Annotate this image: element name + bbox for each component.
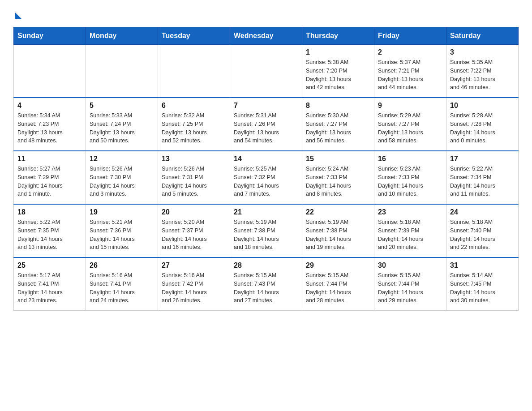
day-info: Sunrise: 5:21 AMSunset: 7:36 PMDaylight:… [90,218,154,252]
day-of-week-header: Monday [86,27,158,45]
calendar-day-cell: 11Sunrise: 5:27 AMSunset: 7:29 PMDayligh… [14,151,86,204]
calendar-day-cell: 28Sunrise: 5:15 AMSunset: 7:43 PMDayligh… [230,257,302,311]
calendar-day-cell: 20Sunrise: 5:20 AMSunset: 7:37 PMDayligh… [158,204,230,257]
day-number: 23 [378,208,442,216]
calendar-day-cell: 9Sunrise: 5:29 AMSunset: 7:27 PMDaylight… [374,98,446,151]
calendar-week-row: 25Sunrise: 5:17 AMSunset: 7:41 PMDayligh… [14,257,519,311]
day-info: Sunrise: 5:18 AMSunset: 7:39 PMDaylight:… [378,218,442,252]
day-of-week-header: Tuesday [158,27,230,45]
day-info: Sunrise: 5:25 AMSunset: 7:32 PMDaylight:… [234,165,298,198]
day-number: 14 [234,155,298,163]
day-number: 11 [17,155,82,163]
calendar-day-cell [14,45,86,98]
day-number: 26 [90,261,154,270]
calendar-day-cell: 30Sunrise: 5:15 AMSunset: 7:44 PMDayligh… [374,257,446,311]
calendar-day-cell: 23Sunrise: 5:18 AMSunset: 7:39 PMDayligh… [374,204,446,257]
day-info: Sunrise: 5:33 AMSunset: 7:24 PMDaylight:… [90,111,154,145]
day-number: 15 [306,155,370,163]
calendar-day-cell: 26Sunrise: 5:16 AMSunset: 7:41 PMDayligh… [86,257,158,311]
day-of-week-header: Sunday [14,27,86,45]
day-number: 8 [306,102,370,110]
calendar-week-row: 4Sunrise: 5:34 AMSunset: 7:23 PMDaylight… [14,98,519,151]
day-number: 22 [306,208,370,216]
calendar-week-row: 18Sunrise: 5:22 AMSunset: 7:35 PMDayligh… [14,204,519,257]
calendar-day-cell [158,45,230,98]
day-info: Sunrise: 5:28 AMSunset: 7:28 PMDaylight:… [450,111,515,145]
day-info: Sunrise: 5:35 AMSunset: 7:22 PMDaylight:… [450,58,515,92]
day-info: Sunrise: 5:19 AMSunset: 7:38 PMDaylight:… [234,218,298,252]
calendar-day-cell: 15Sunrise: 5:24 AMSunset: 7:33 PMDayligh… [302,151,374,204]
day-of-week-header: Saturday [446,27,519,45]
calendar-day-cell: 2Sunrise: 5:37 AMSunset: 7:21 PMDaylight… [374,45,446,98]
calendar-day-cell: 27Sunrise: 5:16 AMSunset: 7:42 PMDayligh… [158,257,230,311]
day-number: 13 [162,155,226,163]
day-number: 25 [17,261,82,270]
day-info: Sunrise: 5:14 AMSunset: 7:45 PMDaylight:… [450,271,515,305]
calendar-table: SundayMondayTuesdayWednesdayThursdayFrid… [13,27,519,311]
logo-arrow-icon [15,13,21,19]
day-number: 3 [450,48,515,56]
day-number: 1 [306,48,370,56]
day-number: 21 [234,208,298,216]
calendar-day-cell: 8Sunrise: 5:30 AMSunset: 7:27 PMDaylight… [302,98,374,151]
day-info: Sunrise: 5:19 AMSunset: 7:38 PMDaylight:… [306,218,370,252]
calendar-day-cell: 5Sunrise: 5:33 AMSunset: 7:24 PMDaylight… [86,98,158,151]
calendar-week-row: 1Sunrise: 5:38 AMSunset: 7:20 PMDaylight… [14,45,519,98]
calendar-day-cell [230,45,302,98]
day-info: Sunrise: 5:18 AMSunset: 7:40 PMDaylight:… [450,218,515,252]
calendar-day-cell: 3Sunrise: 5:35 AMSunset: 7:22 PMDaylight… [446,45,519,98]
day-info: Sunrise: 5:16 AMSunset: 7:42 PMDaylight:… [162,271,226,305]
day-number: 6 [162,102,226,110]
day-info: Sunrise: 5:24 AMSunset: 7:33 PMDaylight:… [306,165,370,198]
calendar-day-cell: 18Sunrise: 5:22 AMSunset: 7:35 PMDayligh… [14,204,86,257]
day-number: 29 [306,261,370,270]
day-info: Sunrise: 5:16 AMSunset: 7:41 PMDaylight:… [90,271,154,305]
calendar-day-cell: 17Sunrise: 5:22 AMSunset: 7:34 PMDayligh… [446,151,519,204]
calendar-day-cell: 12Sunrise: 5:26 AMSunset: 7:30 PMDayligh… [86,151,158,204]
day-number: 19 [90,208,154,216]
day-number: 4 [17,102,82,110]
day-number: 17 [450,155,515,163]
day-info: Sunrise: 5:38 AMSunset: 7:20 PMDaylight:… [306,58,370,92]
day-number: 5 [90,102,154,110]
calendar-day-cell: 22Sunrise: 5:19 AMSunset: 7:38 PMDayligh… [302,204,374,257]
day-number: 10 [450,102,515,110]
calendar-day-cell: 24Sunrise: 5:18 AMSunset: 7:40 PMDayligh… [446,204,519,257]
day-info: Sunrise: 5:31 AMSunset: 7:26 PMDaylight:… [234,111,298,145]
calendar-day-cell: 21Sunrise: 5:19 AMSunset: 7:38 PMDayligh… [230,204,302,257]
calendar-day-cell: 31Sunrise: 5:14 AMSunset: 7:45 PMDayligh… [446,257,519,311]
day-of-week-header: Thursday [302,27,374,45]
calendar-day-cell: 10Sunrise: 5:28 AMSunset: 7:28 PMDayligh… [446,98,519,151]
day-info: Sunrise: 5:20 AMSunset: 7:37 PMDaylight:… [162,218,226,252]
day-of-week-header: Wednesday [230,27,302,45]
calendar-day-cell: 25Sunrise: 5:17 AMSunset: 7:41 PMDayligh… [14,257,86,311]
calendar-day-cell: 16Sunrise: 5:23 AMSunset: 7:33 PMDayligh… [374,151,446,204]
day-info: Sunrise: 5:29 AMSunset: 7:27 PMDaylight:… [378,111,442,145]
day-info: Sunrise: 5:15 AMSunset: 7:43 PMDaylight:… [234,271,298,305]
calendar-day-cell: 6Sunrise: 5:32 AMSunset: 7:25 PMDaylight… [158,98,230,151]
day-number: 30 [378,261,442,270]
day-info: Sunrise: 5:37 AMSunset: 7:21 PMDaylight:… [378,58,442,92]
day-info: Sunrise: 5:17 AMSunset: 7:41 PMDaylight:… [17,271,82,305]
day-info: Sunrise: 5:22 AMSunset: 7:35 PMDaylight:… [17,218,82,252]
day-info: Sunrise: 5:23 AMSunset: 7:33 PMDaylight:… [378,165,442,198]
day-info: Sunrise: 5:30 AMSunset: 7:27 PMDaylight:… [306,111,370,145]
day-number: 16 [378,155,442,163]
calendar-day-cell [86,45,158,98]
day-number: 7 [234,102,298,110]
calendar-day-cell: 14Sunrise: 5:25 AMSunset: 7:32 PMDayligh… [230,151,302,204]
day-info: Sunrise: 5:15 AMSunset: 7:44 PMDaylight:… [378,271,442,305]
day-number: 12 [90,155,154,163]
calendar-header-row: SundayMondayTuesdayWednesdayThursdayFrid… [14,27,519,45]
day-number: 20 [162,208,226,216]
calendar-day-cell: 19Sunrise: 5:21 AMSunset: 7:36 PMDayligh… [86,204,158,257]
day-number: 24 [450,208,515,216]
calendar-day-cell: 13Sunrise: 5:26 AMSunset: 7:31 PMDayligh… [158,151,230,204]
day-number: 31 [450,261,515,270]
day-info: Sunrise: 5:32 AMSunset: 7:25 PMDaylight:… [162,111,226,145]
day-number: 28 [234,261,298,270]
day-info: Sunrise: 5:22 AMSunset: 7:34 PMDaylight:… [450,165,515,198]
calendar-day-cell: 7Sunrise: 5:31 AMSunset: 7:26 PMDaylight… [230,98,302,151]
calendar-day-cell: 29Sunrise: 5:15 AMSunset: 7:44 PMDayligh… [302,257,374,311]
logo [13,9,21,18]
